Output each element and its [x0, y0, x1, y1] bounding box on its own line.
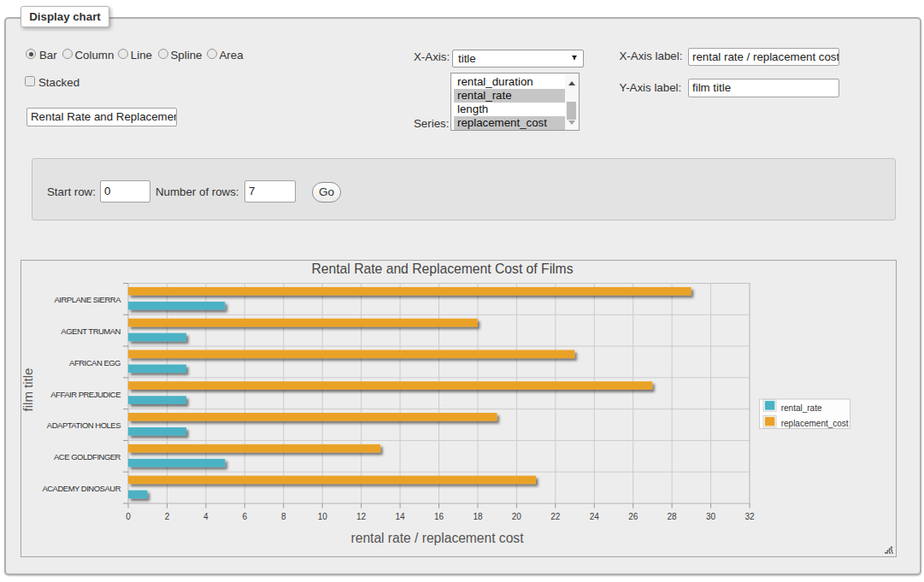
- svg-text:ACE GOLDFINGER: ACE GOLDFINGER: [54, 452, 121, 461]
- svg-text:2: 2: [165, 512, 170, 521]
- svg-text:rental rate / replacement cost: rental rate / replacement cost: [351, 531, 525, 545]
- svg-text:AFFAIR PREJUDICE: AFFAIR PREJUDICE: [50, 390, 121, 399]
- svg-text:30: 30: [706, 512, 716, 521]
- svg-text:12: 12: [356, 512, 367, 521]
- svg-text:ADAPTATION HOLES: ADAPTATION HOLES: [47, 420, 121, 430]
- svg-text:14: 14: [395, 512, 405, 521]
- svg-text:24: 24: [590, 512, 600, 521]
- svg-text:AGENT TRUMAN: AGENT TRUMAN: [61, 326, 121, 336]
- svg-text:ACADEMY DINOSAUR: ACADEMY DINOSAUR: [42, 484, 121, 493]
- svg-text:18: 18: [473, 512, 483, 521]
- svg-text:0: 0: [126, 512, 131, 521]
- svg-text:film title: film title: [21, 368, 35, 412]
- svg-text:10: 10: [318, 512, 328, 521]
- svg-text:4: 4: [203, 512, 209, 521]
- svg-text:20: 20: [512, 512, 522, 521]
- svg-text:Rental Rate and Replacement Co: Rental Rate and Replacement Cost of Film…: [311, 262, 573, 276]
- svg-text:32: 32: [744, 512, 755, 521]
- svg-text:28: 28: [668, 512, 678, 521]
- svg-text:6: 6: [243, 512, 248, 521]
- svg-text:replacement_cost: replacement_cost: [781, 419, 849, 428]
- svg-text:8: 8: [281, 512, 286, 521]
- svg-text:rental_rate: rental_rate: [781, 403, 822, 413]
- svg-text:AIRPLANE SIERRA: AIRPLANE SIERRA: [55, 295, 122, 304]
- svg-text:26: 26: [628, 512, 639, 521]
- svg-text:16: 16: [434, 512, 444, 521]
- svg-text:AFRICAN EGG: AFRICAN EGG: [69, 358, 121, 367]
- svg-text:22: 22: [550, 512, 561, 521]
